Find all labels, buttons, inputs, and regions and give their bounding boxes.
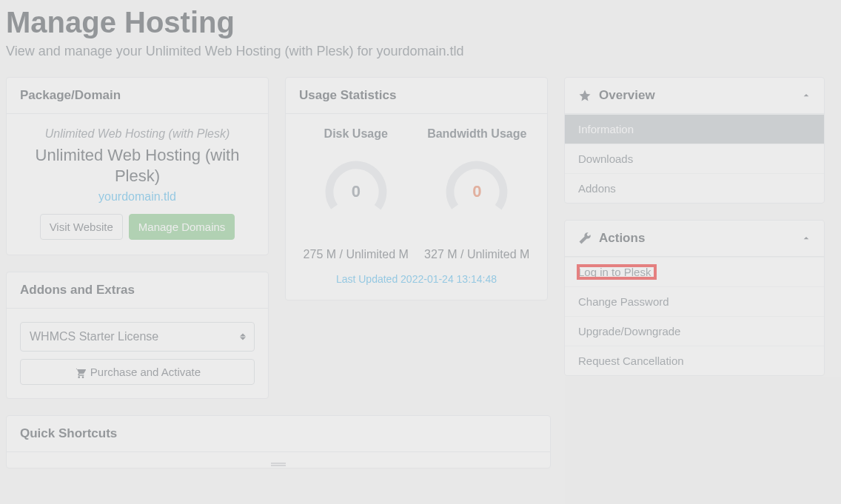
- disk-usage-title: Disk Usage: [299, 127, 413, 141]
- drag-handle-icon[interactable]: [271, 463, 286, 466]
- overview-panel: Overview Information Downloads Addons: [564, 77, 825, 204]
- purchase-activate-button[interactable]: Purchase and Activate: [20, 359, 255, 385]
- bandwidth-usage-gauge: 0: [443, 158, 510, 225]
- cart-icon: [74, 366, 86, 378]
- login-plesk-highlight: Log in to Plesk: [578, 266, 655, 278]
- page-subtitle: View and manage your Unlimited Web Hosti…: [0, 44, 841, 77]
- purchase-label: Purchase and Activate: [90, 366, 201, 378]
- chevron-up-icon: [800, 232, 812, 244]
- overview-item-information[interactable]: Information: [565, 114, 824, 144]
- package-domain-link[interactable]: yourdomain.tld: [20, 190, 255, 204]
- actions-item-login-plesk[interactable]: Log in to Plesk: [565, 257, 824, 286]
- disk-usage-text: 275 M / Unlimited M: [299, 246, 413, 263]
- actions-item-change-password[interactable]: Change Password: [565, 286, 824, 316]
- actions-title: Actions: [599, 231, 645, 246]
- actions-item-request-cancellation[interactable]: Request Cancellation: [565, 346, 824, 375]
- usage-card-title: Usage Statistics: [286, 78, 547, 114]
- disk-usage-value: 0: [323, 158, 389, 225]
- bandwidth-usage-title: Bandwidth Usage: [420, 127, 535, 141]
- package-card: Package/Domain Unlimited Web Hosting (wi…: [6, 77, 269, 255]
- usage-card: Usage Statistics Disk Usage 0 275 M / Un…: [285, 77, 548, 300]
- disk-usage-gauge: 0: [323, 158, 389, 225]
- addons-card-title: Addons and Extras: [7, 272, 268, 309]
- actions-item-upgrade-downgrade[interactable]: Upgrade/Downgrade: [565, 316, 824, 346]
- overview-item-addons[interactable]: Addons: [565, 173, 824, 203]
- package-card-title: Package/Domain: [7, 78, 268, 114]
- visit-website-button[interactable]: Visit Website: [40, 214, 123, 240]
- package-product-name: Unlimited Web Hosting (with Plesk): [20, 145, 255, 186]
- star-icon: [578, 89, 592, 102]
- bandwidth-usage-value: 0: [443, 158, 510, 225]
- overview-title: Overview: [599, 88, 655, 103]
- usage-last-updated: Last Updated 2022-01-24 13:14:48: [299, 273, 534, 285]
- actions-toggle[interactable]: Actions: [565, 221, 824, 257]
- addons-select[interactable]: WHMCS Starter License: [20, 322, 255, 352]
- overview-toggle[interactable]: Overview: [565, 78, 824, 114]
- package-product-small: Unlimited Web Hosting (with Plesk): [20, 127, 255, 141]
- wrench-icon: [578, 232, 592, 245]
- overview-item-downloads[interactable]: Downloads: [565, 144, 824, 173]
- chevron-up-icon: [800, 90, 812, 101]
- actions-panel: Actions Log in to Plesk Change Password …: [564, 220, 825, 376]
- page-title: Manage Hosting: [0, 0, 841, 44]
- addons-card: Addons and Extras WHMCS Starter License …: [6, 272, 269, 399]
- manage-domains-button[interactable]: Manage Domains: [129, 214, 235, 240]
- bandwidth-usage-text: 327 M / Unlimited M: [420, 246, 535, 263]
